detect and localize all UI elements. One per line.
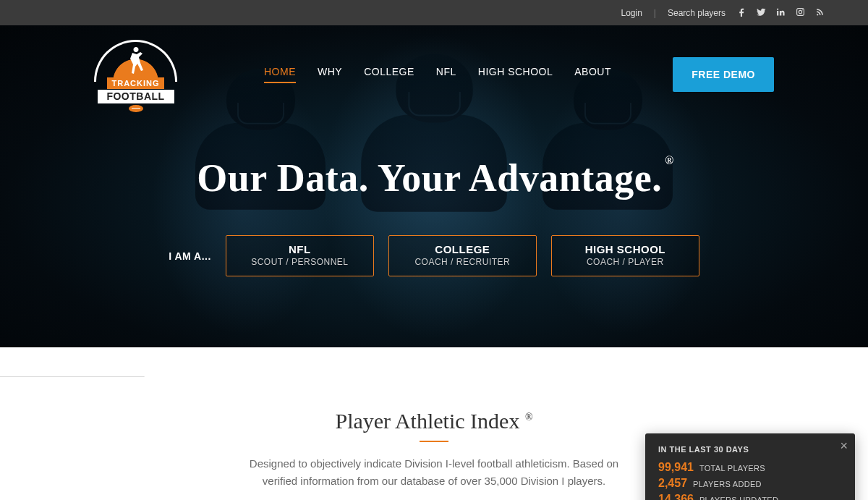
site-logo[interactable]: TRACKING FOOTBALL <box>94 40 177 109</box>
stats-header: IN THE LAST 30 DAYS <box>658 445 842 454</box>
section-body: Designed to objectively indicate Divisio… <box>231 455 637 490</box>
stat-number: 14,366 <box>658 493 694 500</box>
stat-label: TOTAL PLAYERS <box>699 464 765 473</box>
logo-text-2: FOOTBALL <box>98 90 174 103</box>
separator: | <box>654 8 656 18</box>
login-link[interactable]: Login <box>621 8 642 18</box>
registered-mark: ® <box>525 412 533 423</box>
twitter-icon[interactable] <box>757 7 766 19</box>
hero-section: TRACKING FOOTBALL HOME WHY COLLEGE NFL H… <box>0 25 868 347</box>
main-nav: TRACKING FOOTBALL HOME WHY COLLEGE NFL H… <box>0 25 868 109</box>
nav-links: HOME WHY COLLEGE NFL HIGH SCHOOL ABOUT <box>264 66 611 83</box>
linkedin-icon[interactable] <box>776 7 786 19</box>
facebook-icon[interactable] <box>737 7 746 19</box>
stat-label: PLAYERS UPDATED <box>699 496 778 500</box>
social-icons <box>737 7 825 19</box>
stat-row: 99,941 TOTAL PLAYERS <box>658 461 842 474</box>
instagram-icon[interactable] <box>796 7 805 19</box>
registered-mark: ® <box>665 154 673 166</box>
nav-why[interactable]: WHY <box>318 66 342 83</box>
role-selector: I AM A... NFL SCOUT / PERSONNEL COLLEGE … <box>0 235 868 276</box>
hero-content: Our Data. Your Advantage.® I AM A... NFL… <box>0 109 868 276</box>
top-utility-bar: Login | Search players <box>0 0 868 25</box>
section-title: Player Athletic Index ® <box>29 409 839 433</box>
title-underline <box>420 441 448 442</box>
stat-number: 99,941 <box>658 461 694 474</box>
diagonal-decoration <box>0 376 145 478</box>
nav-highschool[interactable]: HIGH SCHOOL <box>478 66 553 83</box>
rss-icon[interactable] <box>815 7 825 19</box>
search-players-link[interactable]: Search players <box>668 8 726 18</box>
logo-text-1: TRACKING <box>107 77 163 89</box>
nav-college[interactable]: COLLEGE <box>364 66 414 83</box>
free-demo-button[interactable]: FREE DEMO <box>673 57 774 92</box>
nav-nfl[interactable]: NFL <box>436 66 456 83</box>
role-nfl-button[interactable]: NFL SCOUT / PERSONNEL <box>226 235 374 276</box>
hero-title: Our Data. Your Advantage.® <box>197 156 671 200</box>
role-college-button[interactable]: COLLEGE COACH / RECRUITER <box>388 235 537 276</box>
stats-popup: × IN THE LAST 30 DAYS 99,941 TOTAL PLAYE… <box>645 433 855 500</box>
nav-about[interactable]: ABOUT <box>574 66 611 83</box>
stat-number: 2,457 <box>658 477 687 490</box>
role-highschool-button[interactable]: HIGH SCHOOL COACH / PLAYER <box>551 235 699 276</box>
nav-home[interactable]: HOME <box>264 66 296 83</box>
role-label: I AM A... <box>169 250 211 262</box>
stat-label: PLAYERS ADDED <box>693 480 762 488</box>
stat-row: 14,366 PLAYERS UPDATED <box>658 493 842 500</box>
stat-row: 2,457 PLAYERS ADDED <box>658 477 842 490</box>
close-icon[interactable]: × <box>840 439 848 452</box>
